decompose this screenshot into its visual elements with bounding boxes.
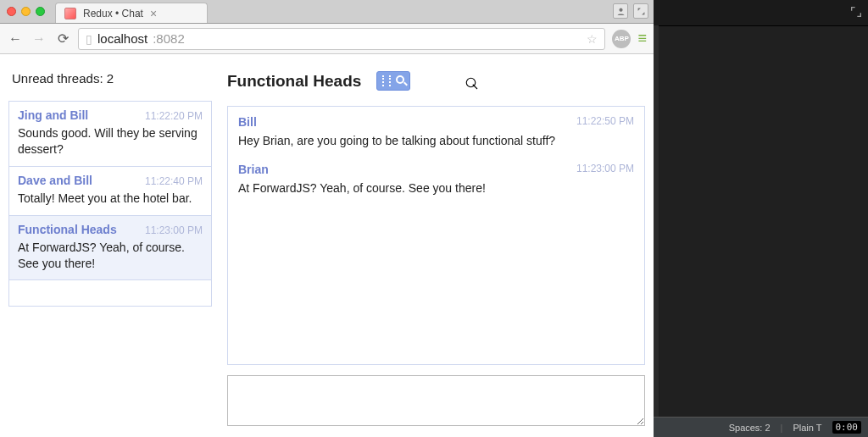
fullscreen-icon[interactable]: [633, 3, 648, 19]
editor-titlebar: [654, 0, 868, 25]
thread-item[interactable]: Dave and Bill 11:22:40 PM Totally! Meet …: [9, 167, 211, 216]
status-syntax[interactable]: Plain T: [793, 423, 821, 433]
url-host: localhost: [97, 31, 147, 46]
grid-icon: [382, 75, 391, 86]
message-item: Bill 11:22:50 PM Hey Brian, are you goin…: [238, 115, 634, 147]
message-time: 11:22:50 PM: [576, 115, 634, 129]
thread-title: Functional Heads: [227, 72, 361, 91]
bookmark-star-icon[interactable]: ☆: [587, 32, 598, 46]
message-input[interactable]: [227, 375, 645, 426]
user-icon[interactable]: [613, 3, 628, 19]
thread-preview: Totally! Meet you at the hotel bar.: [18, 191, 203, 207]
tab-title: Redux • Chat: [83, 8, 143, 19]
thread-name: Dave and Bill: [18, 174, 92, 187]
thread-time: 11:23:00 PM: [145, 224, 203, 236]
devtools-badge[interactable]: [376, 71, 410, 91]
adblock-icon[interactable]: ABP: [612, 30, 631, 48]
sidebar: Unread threads: 2 Jing and Bill 11:22:20…: [8, 71, 212, 429]
browser-tab[interactable]: Redux • Chat ×: [55, 3, 208, 23]
message-author: Brian: [238, 163, 269, 176]
thread-time: 11:22:40 PM: [145, 175, 203, 187]
browser-window: Redux • Chat × ← → ⟳ ▯ localhost:8082 ☆: [0, 0, 654, 437]
message-list: Bill 11:22:50 PM Hey Brian, are you goin…: [227, 106, 645, 365]
window-minimize-icon[interactable]: [21, 7, 31, 16]
editor-body[interactable]: [659, 25, 868, 417]
mouse-cursor-icon: [465, 76, 480, 94]
favicon-icon: [64, 8, 76, 19]
message-time: 11:23:00 PM: [576, 163, 634, 176]
thread-preview: At ForwardJS? Yeah, of course. See you t…: [18, 240, 203, 272]
browser-toolbar: ← → ⟳ ▯ localhost:8082 ☆ ABP ≡: [0, 24, 654, 54]
thread-preview: Sounds good. Will they be serving desser…: [18, 125, 203, 158]
back-button[interactable]: ←: [7, 31, 24, 47]
url-input[interactable]: ▯ localhost:8082 ☆: [78, 28, 605, 50]
page-icon: ▯: [86, 32, 92, 46]
status-spaces[interactable]: Spaces: 2: [729, 423, 771, 433]
window-traffic-lights: [0, 0, 45, 23]
thread-item-selected[interactable]: Functional Heads 11:23:00 PM At ForwardJ…: [9, 216, 211, 281]
thread-name: Functional Heads: [18, 223, 117, 236]
chat-app: Unread threads: 2 Jing and Bill 11:22:20…: [0, 54, 654, 437]
thread-time: 11:22:20 PM: [145, 110, 203, 122]
text-editor-window: Spaces: 2| Plain T 0:00: [654, 0, 868, 437]
menu-icon[interactable]: ≡: [637, 30, 647, 47]
window-zoom-icon[interactable]: [36, 7, 45, 16]
status-clock: 0:00: [832, 421, 862, 434]
unread-threads-label: Unread threads: 2: [8, 71, 212, 86]
svg-point-0: [619, 8, 622, 11]
forward-button[interactable]: →: [31, 31, 47, 47]
message-item: Brian 11:23:00 PM At ForwardJS? Yeah, of…: [238, 163, 634, 195]
close-icon[interactable]: ×: [150, 7, 157, 20]
message-body: At ForwardJS? Yeah, of course. See you t…: [238, 181, 634, 195]
main-panel: Functional Heads Bill 11:22:50 PM: [227, 71, 645, 429]
thread-name: Jing and Bill: [18, 108, 88, 122]
message-body: Hey Brian, are you going to be talking a…: [238, 134, 634, 147]
fullscreen-icon[interactable]: [849, 5, 863, 19]
reload-button[interactable]: ⟳: [54, 30, 71, 47]
url-port: :8082: [153, 31, 185, 46]
message-author: Bill: [238, 115, 257, 129]
tab-strip: Redux • Chat ×: [0, 0, 654, 24]
window-close-icon[interactable]: [7, 7, 16, 16]
thread-item[interactable]: Jing and Bill 11:22:20 PM Sounds good. W…: [9, 102, 211, 167]
search-icon: [396, 75, 404, 84]
editor-status-bar: Spaces: 2| Plain T 0:00: [654, 417, 868, 437]
composer: [227, 375, 645, 429]
thread-list: Jing and Bill 11:22:20 PM Sounds good. W…: [8, 101, 212, 307]
